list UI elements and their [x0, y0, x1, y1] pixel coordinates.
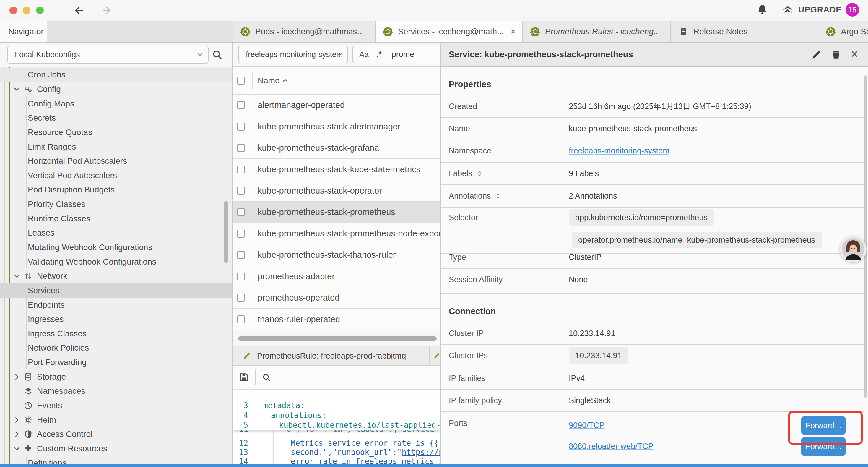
match-case-icon[interactable]: Aa	[359, 50, 369, 59]
annotations-count[interactable]: 2 Annotations	[569, 192, 617, 201]
notification-count-badge[interactable]: 15	[845, 3, 859, 17]
row-checkbox[interactable]	[237, 123, 245, 130]
tab-argo[interactable]: Argo Se	[818, 21, 868, 42]
sidebar-item-secrets[interactable]: Secrets	[0, 111, 233, 125]
regex-icon[interactable]: .*	[376, 50, 382, 59]
chevron-right-icon[interactable]	[12, 415, 21, 425]
sidebar-group-config[interactable]: Config	[0, 82, 233, 97]
sidebar-item-ingresses[interactable]: Ingresses	[0, 312, 233, 327]
sidebar-scrollbar[interactable]	[224, 201, 228, 263]
sidebar-item-ingress-classes[interactable]: Ingress Classes	[0, 327, 233, 341]
sidebar-item-endpoints[interactable]: Endpoints	[0, 298, 233, 312]
sidebar-item-config-maps[interactable]: Config Maps	[0, 96, 233, 111]
select-all-checkbox[interactable]	[237, 77, 245, 85]
chevron-down-icon[interactable]	[12, 85, 21, 94]
edit-pencil-icon[interactable]	[811, 49, 822, 60]
table-row[interactable]: kube-prometheus-stack-alertmanager	[234, 116, 440, 137]
upgrade-label[interactable]: UPGRADE	[798, 5, 842, 14]
sidebar-item-leases[interactable]: Leases	[0, 226, 233, 240]
sidebar-item-limit-ranges[interactable]: Limit Ranges	[0, 140, 233, 154]
sort-ascending-icon[interactable]	[281, 77, 289, 84]
table-row[interactable]: kube-prometheus-stack-prometheus-node-ex…	[234, 223, 440, 244]
row-checkbox[interactable]	[237, 208, 245, 216]
sidebar-group-access-control[interactable]: Access Control	[0, 427, 233, 442]
minimize-window-button[interactable]	[23, 6, 30, 14]
sidebar-group-network[interactable]: Network	[0, 269, 233, 284]
sidebar-item-pod-disruption-budgets[interactable]: Pod Disruption Budgets	[0, 183, 233, 197]
search-icon[interactable]	[262, 373, 271, 382]
chevron-down-icon[interactable]	[12, 272, 21, 281]
sidebar-item-events[interactable]: Events	[0, 399, 233, 413]
trash-icon[interactable]	[831, 49, 841, 60]
sidebar-group-storage[interactable]: Storage	[0, 370, 233, 384]
row-checkbox[interactable]	[237, 187, 245, 195]
forward-button-9090[interactable]: Forward...	[801, 416, 845, 435]
sidebar-item-resource-quotas[interactable]: Resource Quotas	[0, 125, 233, 140]
sidebar-item-vertical-pod-autoscalers[interactable]: Vertical Pod Autoscalers	[0, 168, 233, 183]
sidebar-item-namespaces[interactable]: Namespaces	[0, 384, 233, 399]
table-row[interactable]: kube-prometheus-stack-operator	[234, 180, 440, 202]
sidebar-item-priority-classes[interactable]: Priority Classes	[0, 197, 233, 212]
expand-collapse-icon[interactable]	[476, 170, 483, 177]
notifications-bell-icon[interactable]	[756, 4, 768, 16]
row-checkbox[interactable]	[237, 251, 245, 259]
table-row[interactable]: kube-prometheus-stack-kube-state-metrics	[234, 159, 440, 180]
save-icon[interactable]	[239, 372, 249, 382]
tab-release-notes[interactable]: Release Notes	[671, 21, 818, 42]
chevron-right-icon[interactable]	[12, 372, 21, 381]
tab-prometheus-rules[interactable]: Prometheus Rules - icecheng...	[523, 21, 671, 42]
namespace-link[interactable]: freeleaps-monitoring-system	[569, 146, 670, 155]
chevron-down-icon[interactable]	[12, 444, 21, 453]
search-icon[interactable]	[212, 49, 223, 60]
row-checkbox[interactable]	[237, 315, 245, 323]
row-checkbox[interactable]	[237, 230, 245, 238]
close-window-button[interactable]	[9, 6, 17, 14]
table-row[interactable]: prometheus-operated	[234, 287, 440, 309]
table-row[interactable]: kube-prometheus-stack-thanos-ruler	[234, 244, 440, 266]
tab-services[interactable]: Services - icecheng@math... ×	[375, 21, 523, 42]
table-row[interactable]: kube-prometheus-stack-grafana	[234, 138, 440, 159]
detail-panel-scrollbar[interactable]	[864, 76, 867, 398]
editor-tab-partial[interactable]	[430, 346, 440, 365]
upgrade-icon[interactable]	[781, 3, 794, 16]
horizontal-scrollbar[interactable]	[238, 337, 437, 341]
kubeconfig-selector[interactable]: Local Kubeconfigs	[7, 46, 209, 64]
sidebar-item-mutating-webhook-configurations[interactable]: Mutating Webhook Configurations	[0, 240, 233, 255]
expand-collapse-icon[interactable]	[495, 193, 502, 200]
forward-icon[interactable]	[101, 5, 112, 16]
namespace-selector[interactable]: freeleaps-monitoring-system	[238, 46, 348, 63]
sidebar-item-definitions[interactable]: Definitions	[0, 456, 233, 464]
row-checkbox[interactable]	[237, 272, 245, 281]
sidebar-group-custom-resources[interactable]: Custom Resources	[0, 442, 233, 456]
table-row[interactable]: prometheus-adapter	[234, 266, 440, 287]
labels-count[interactable]: 9 Labels	[569, 169, 599, 178]
sidebar-item-runtime-classes[interactable]: Runtime Classes	[0, 211, 233, 226]
sidebar-item-network-policies[interactable]: Network Policies	[0, 341, 233, 355]
sidebar-item-horizontal-pod-autoscalers[interactable]: Horizontal Pod Autoscalers	[0, 154, 233, 169]
filter-input[interactable]: Aa .* prome	[352, 46, 441, 63]
sidebar-item-validating-webhook-configurations[interactable]: Validating Webhook Configurations	[0, 255, 233, 269]
table-row[interactable]: thanos-ruler-operated	[234, 309, 440, 330]
forward-button-8080[interactable]: Forward...	[801, 437, 845, 456]
tab-navigator[interactable]: Navigator	[0, 21, 47, 42]
back-icon[interactable]	[74, 5, 85, 16]
row-checkbox[interactable]	[237, 294, 245, 302]
sidebar-item-cron-jobs[interactable]: Cron Jobs	[0, 68, 233, 82]
chevron-right-icon[interactable]	[12, 430, 21, 439]
table-row[interactable]: alertmanager-operated	[234, 95, 440, 116]
editor-tab-prometheusrule[interactable]: PrometheusRule: freeleaps-prod-rabbitmq	[234, 346, 430, 365]
assistant-avatar[interactable]	[840, 236, 867, 262]
maximize-window-button[interactable]	[36, 6, 44, 14]
table-row-selected[interactable]: kube-prometheus-stack-prometheus	[234, 202, 440, 223]
row-checkbox[interactable]	[237, 101, 245, 109]
yaml-editor[interactable]: 11 0","for":"1m","labels":{"service": 3m…	[234, 389, 440, 464]
sidebar-group-helm[interactable]: Helm	[0, 413, 233, 427]
tab-pods[interactable]: Pods - icecheng@mathmas...	[233, 21, 375, 42]
sidebar-item-services[interactable]: Services	[0, 284, 233, 298]
name-column-header[interactable]: Name	[258, 76, 280, 85]
port-link-8080[interactable]: 8080:reloader-web/TCP	[569, 442, 653, 451]
yaml-link[interactable]: https://net	[402, 448, 440, 457]
row-checkbox[interactable]	[237, 166, 245, 174]
row-checkbox[interactable]	[237, 144, 245, 152]
close-tab-icon[interactable]: ×	[510, 26, 516, 37]
